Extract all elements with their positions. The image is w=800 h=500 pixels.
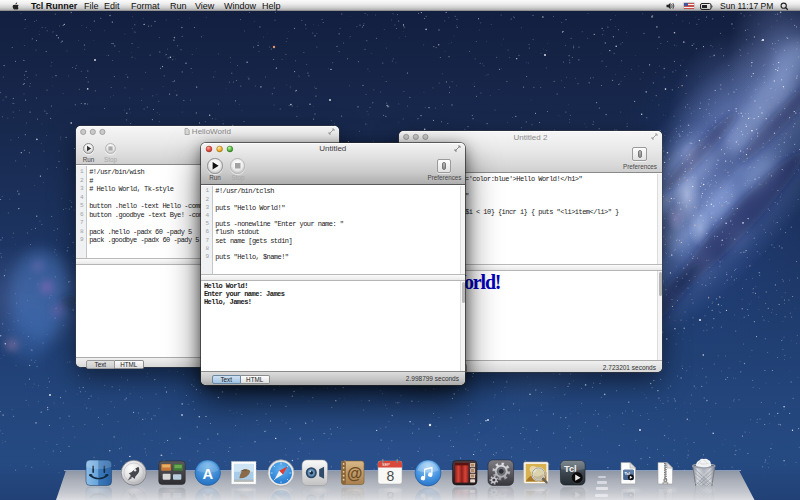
svg-text:A: A bbox=[203, 491, 214, 500]
svg-text:8: 8 bbox=[387, 488, 395, 500]
svg-text:8: 8 bbox=[387, 467, 395, 483]
svg-text:SEP: SEP bbox=[382, 462, 390, 467]
svg-text:@: @ bbox=[347, 465, 362, 482]
svg-text:@: @ bbox=[347, 490, 362, 500]
svg-text:A: A bbox=[203, 465, 214, 481]
